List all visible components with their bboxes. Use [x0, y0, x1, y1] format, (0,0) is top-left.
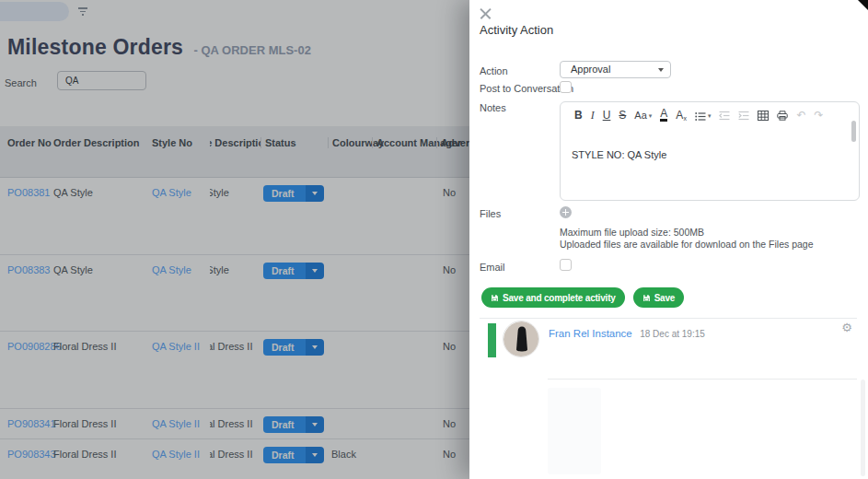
save-button[interactable]: Save — [633, 287, 685, 308]
upload-size-hint: Maximum file upload size: 500MB — [560, 227, 704, 238]
action-label: Action — [480, 65, 508, 76]
gear-icon[interactable]: ⚙ — [841, 321, 852, 334]
email-label: Email — [480, 262, 505, 273]
font-size-icon[interactable]: Aa▾ — [634, 110, 652, 122]
action-select-value: Approval — [571, 64, 610, 75]
email-checkbox[interactable] — [560, 259, 572, 271]
close-icon[interactable] — [480, 7, 492, 19]
notes-editor: B I U S Aa▾ A Ax ▾ — [560, 101, 860, 201]
divider — [480, 318, 857, 319]
italic-icon[interactable]: I — [591, 110, 595, 122]
notes-toolbar: B I U S Aa▾ A Ax ▾ — [561, 102, 859, 123]
underline-icon[interactable]: U — [603, 110, 611, 122]
action-select[interactable]: Approval — [560, 61, 671, 78]
notes-label: Notes — [480, 102, 506, 113]
list-icon[interactable]: ▾ — [695, 110, 712, 122]
font-color-icon[interactable]: A — [660, 109, 667, 122]
editor-scrollbar[interactable] — [851, 121, 856, 142]
save-icon — [491, 294, 499, 302]
panel-scrollbar[interactable] — [861, 380, 865, 476]
save-icon — [642, 294, 651, 302]
undo-icon[interactable]: ↶ — [796, 110, 805, 122]
notes-content[interactable]: STYLE NO: QA Style — [561, 149, 859, 219]
loading-placeholder — [548, 388, 601, 474]
post-to-conversation-checkbox[interactable] — [560, 81, 572, 93]
feed-timestamp: 18 Dec at 19:15 — [640, 329, 705, 339]
upload-download-hint: Uploaded files are available for downloa… — [560, 239, 814, 250]
print-icon[interactable] — [777, 111, 788, 121]
bold-icon[interactable]: B — [574, 110, 583, 122]
panel-title: Activity Action — [480, 23, 553, 37]
add-file-icon[interactable] — [560, 206, 572, 218]
strikethrough-icon[interactable]: S — [619, 110, 626, 122]
app-window: Milestone Orders - QA ORDER MLS-02 Searc… — [0, 0, 868, 479]
files-label: Files — [480, 208, 501, 219]
feed-header: Fran Rel Instance 18 Dec at 19:15 — [549, 324, 705, 341]
outdent-icon[interactable] — [719, 111, 730, 121]
clear-formatting-icon[interactable]: Ax — [676, 110, 687, 122]
activity-status-bar — [488, 323, 496, 357]
avatar[interactable] — [503, 321, 539, 357]
notes-text: STYLE NO: QA Style — [572, 149, 848, 160]
feed-user-link[interactable]: Fran Rel Instance — [549, 328, 632, 339]
divider — [548, 379, 857, 380]
redo-icon[interactable]: ↷ — [814, 110, 823, 122]
activity-action-panel: Activity Action Action Approval Post to … — [469, 0, 868, 479]
cursor-artifact — [858, 0, 868, 10]
panel-buttons: Save and complete activity Save — [481, 287, 684, 308]
insert-table-icon[interactable] — [758, 111, 769, 121]
chevron-down-icon — [658, 68, 664, 72]
indent-icon[interactable] — [738, 111, 749, 121]
save-and-complete-button[interactable]: Save and complete activity — [481, 287, 625, 308]
